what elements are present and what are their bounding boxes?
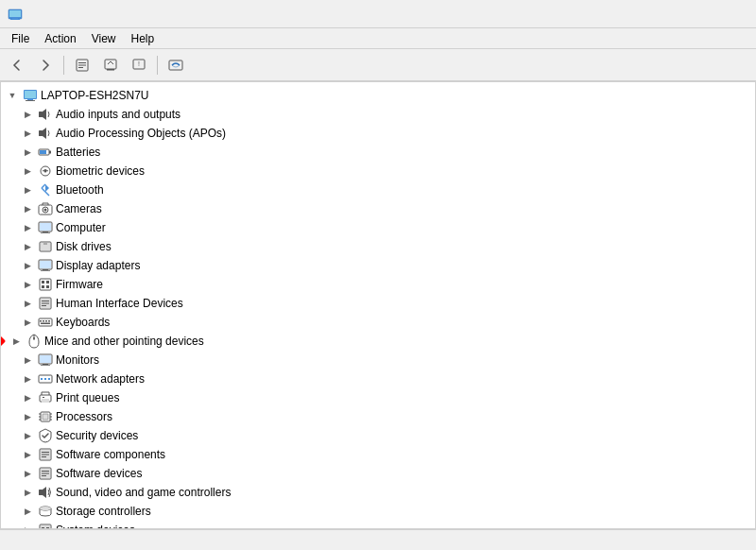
expand-btn-network[interactable] [20, 371, 35, 387]
hid-icon [38, 296, 53, 311]
mouse-icon [26, 334, 42, 349]
svg-rect-62 [44, 378, 46, 380]
tree-item-system[interactable]: System devices [1, 521, 755, 529]
maximize-button[interactable] [662, 0, 705, 28]
tree-item-display[interactable]: Display adapters [1, 256, 755, 275]
expand-btn-biometric[interactable] [20, 163, 35, 179]
back-button[interactable] [4, 53, 30, 77]
svg-rect-9 [107, 69, 114, 71]
tree-item-keyboards[interactable]: Keyboards [1, 313, 755, 332]
update-driver-icon [103, 58, 118, 73]
expand-btn-sound[interactable] [20, 485, 35, 500]
forward-button[interactable] [32, 53, 59, 77]
svg-point-87 [40, 507, 51, 510]
tree-item-software-comp[interactable]: Software components [1, 445, 755, 464]
svg-rect-21 [40, 150, 46, 154]
expand-btn-processors[interactable] [20, 409, 35, 424]
print-icon [38, 390, 53, 405]
expand-btn-computer[interactable] [20, 220, 35, 235]
tree-item-cameras[interactable]: Cameras [1, 199, 755, 218]
close-button[interactable] [705, 0, 748, 28]
svg-rect-49 [40, 320, 42, 322]
expand-btn-firmware[interactable] [20, 277, 35, 292]
svg-rect-78 [42, 455, 49, 455]
scan-button[interactable] [163, 53, 189, 77]
tree-item-hid[interactable]: Human Interface Devices [1, 294, 755, 313]
menu-view[interactable]: View [84, 28, 124, 48]
tree-item-audio-io[interactable]: Audio inputs and outputs [1, 105, 755, 124]
keyboard-icon [38, 315, 53, 330]
expand-btn-mice[interactable] [9, 334, 24, 349]
tree-item-storage[interactable]: Storage controllers [1, 502, 755, 521]
disable-button[interactable]: ! [126, 53, 152, 77]
minimize-button[interactable] [618, 0, 662, 28]
svg-rect-42 [46, 285, 49, 288]
svg-rect-57 [40, 355, 51, 363]
toolbar-separator-1 [63, 56, 64, 75]
scan-icon [168, 58, 183, 73]
expand-btn-security[interactable] [20, 428, 35, 443]
svg-rect-14 [25, 91, 36, 98]
tree-item-software-dev[interactable]: Software devices [1, 464, 755, 483]
tree-item-security[interactable]: Security devices [1, 426, 755, 445]
update-driver-button[interactable] [97, 53, 124, 77]
expand-btn-storage[interactable] [20, 504, 35, 519]
tree-item-processors[interactable]: Processors [1, 407, 755, 426]
tree-item-bluetooth[interactable]: Bluetooth [1, 180, 755, 199]
svg-rect-84 [42, 475, 46, 476]
menu-bar: File Action View Help [0, 28, 756, 49]
tree-item-audio-apo[interactable]: Audio Processing Objects (APOs) [1, 124, 755, 143]
expand-btn-software-dev[interactable] [20, 466, 35, 481]
tree-item-print[interactable]: Print queues [1, 388, 755, 407]
expand-btn-batteries[interactable] [20, 145, 35, 160]
svg-rect-30 [41, 232, 50, 233]
node-label-storage: Storage controllers [56, 505, 151, 518]
expand-btn-display[interactable] [20, 258, 35, 273]
properties-icon [75, 58, 90, 73]
tree-item-biometric[interactable]: Biometric devices [1, 162, 755, 180]
expand-btn-keyboards[interactable] [20, 315, 35, 330]
expand-btn-hid[interactable] [20, 296, 35, 311]
node-label-monitors: Monitors [56, 353, 99, 367]
node-label-disk: Disk drives [56, 240, 112, 253]
svg-rect-59 [41, 365, 50, 366]
tree-root[interactable]: LAPTOP-ESH2SN7U [1, 86, 755, 105]
tree-item-firmware[interactable]: Firmware [1, 275, 755, 294]
forward-icon [38, 58, 53, 73]
tree-item-network[interactable]: Network adapters [1, 370, 755, 388]
monitor-icon [38, 352, 53, 368]
processor-icon [38, 409, 53, 424]
expand-btn-bluetooth[interactable] [20, 182, 35, 198]
expand-root[interactable] [5, 88, 20, 103]
tree-item-computer[interactable]: Computer [1, 218, 755, 237]
expand-btn-disk[interactable] [20, 239, 35, 254]
app-icon [8, 7, 23, 22]
menu-help[interactable]: Help [124, 28, 163, 48]
svg-rect-15 [27, 99, 33, 100]
computer-icon [23, 88, 38, 103]
expand-btn-software-comp[interactable] [20, 447, 35, 462]
node-label-print: Print queues [56, 391, 119, 404]
tree-item-batteries[interactable]: Batteries [1, 143, 755, 162]
tree-item-disk[interactable]: Disk drives [1, 237, 755, 256]
tree-view-container[interactable]: LAPTOP-ESH2SN7U Audio inputs and outputs… [0, 81, 756, 529]
node-label-network: Network adapters [56, 372, 145, 386]
svg-rect-77 [42, 452, 49, 453]
expand-btn-cameras[interactable] [20, 201, 35, 216]
expand-btn-audio-apo[interactable] [20, 126, 35, 141]
expand-btn-print[interactable] [20, 390, 35, 405]
camera-icon [38, 201, 53, 216]
node-label-sound: Sound, video and game controllers [56, 486, 231, 499]
expand-btn-system[interactable] [20, 523, 35, 529]
svg-point-23 [44, 170, 47, 173]
tree-item-mice[interactable]: ➜Mice and other pointing devices [1, 332, 755, 351]
tree-item-monitors[interactable]: Monitors [1, 351, 755, 370]
properties-button[interactable] [69, 53, 95, 77]
expand-btn-audio-io[interactable] [20, 107, 35, 122]
menu-file[interactable]: File [4, 28, 37, 48]
menu-action[interactable]: Action [37, 28, 83, 48]
expand-btn-monitors[interactable] [20, 352, 35, 368]
svg-rect-29 [43, 232, 48, 232]
tree-item-sound[interactable]: Sound, video and game controllers [1, 483, 755, 502]
svg-rect-3 [10, 19, 20, 20]
